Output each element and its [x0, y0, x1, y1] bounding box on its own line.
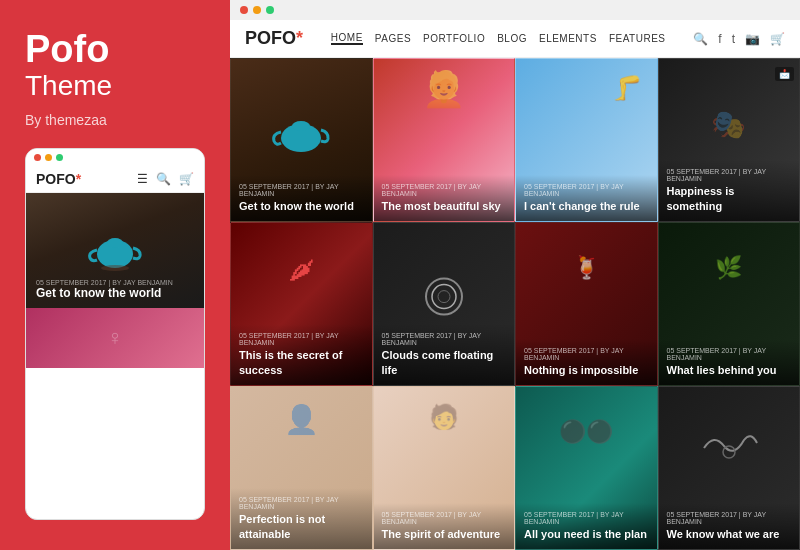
mobile-cart-icon[interactable]: 🛒: [179, 172, 194, 186]
teapot-svg-mobile: [88, 230, 143, 272]
grid-item-overlay-3: 05 SEPTEMBER 2017 | BY JAY BENJAMIN I ca…: [516, 175, 657, 221]
grid-item-overlay-6: 05 SEPTEMBER 2017 | BY JAY BENJAMIN Clou…: [374, 324, 515, 385]
browser-dot-red: [240, 6, 248, 14]
mobile-titlebar: [26, 149, 204, 166]
grid-item-date-8: 05 SEPTEMBER 2017 | BY JAY BENJAMIN: [667, 347, 792, 361]
browser-titlebar: [230, 0, 800, 20]
facebook-icon[interactable]: f: [718, 32, 721, 46]
mobile-hero-text: 05 SEPTEMBER 2017 | BY JAY BENJAMIN Get …: [36, 279, 173, 300]
grid-item-title-4: Happiness is something: [667, 184, 792, 213]
mobile-dot-yellow: [45, 154, 52, 161]
svg-point-1: [107, 238, 123, 248]
mobile-menu-icon[interactable]: ☰: [137, 172, 148, 186]
grid-item-overlay-9: 05 SEPTEMBER 2017 | BY JAY BENJAMIN Perf…: [231, 488, 372, 549]
nav-features[interactable]: FEATURES: [609, 33, 666, 44]
mobile-dot-green: [56, 154, 63, 161]
grid-item-overlay-4: 05 SEPTEMBER 2017 | BY JAY BENJAMIN Happ…: [659, 160, 800, 221]
grid-item-title-6: Clouds come floating life: [382, 348, 507, 377]
mobile-logo-star: *: [76, 171, 81, 187]
grid-item-11[interactable]: ⚫⚫ 05 SEPTEMBER 2017 | BY JAY BENJAMIN A…: [515, 386, 658, 550]
grid-item-5[interactable]: 🌶 05 SEPTEMBER 2017 | BY JAY BENJAMIN Th…: [230, 222, 373, 386]
grid-item-overlay-2: 05 SEPTEMBER 2017 | BY JAY BENJAMIN The …: [374, 175, 515, 221]
browser-content: POFO* HOME PAGES PORTFOLIO BLOG ELEMENTS…: [230, 20, 800, 550]
grid-item-title-3: I can't change the rule: [524, 199, 649, 213]
grid-item-9[interactable]: 👤 05 SEPTEMBER 2017 | BY JAY BENJAMIN Pe…: [230, 386, 373, 550]
brand-theme: Theme: [25, 70, 205, 102]
brand-by: By themezaa: [25, 112, 205, 128]
grid-item-date-7: 05 SEPTEMBER 2017 | BY JAY BENJAMIN: [524, 347, 649, 361]
grid-item-date-6: 05 SEPTEMBER 2017 | BY JAY BENJAMIN: [382, 332, 507, 346]
grid-item-date-4: 05 SEPTEMBER 2017 | BY JAY BENJAMIN: [667, 168, 792, 182]
site-logo: POFO*: [245, 28, 303, 49]
mobile-nav-icons[interactable]: ☰ 🔍 🛒: [137, 172, 194, 186]
left-panel: Pofo Theme By themezaa POFO* ☰ 🔍 🛒: [0, 0, 230, 550]
grid-item-overlay-8: 05 SEPTEMBER 2017 | BY JAY BENJAMIN What…: [659, 339, 800, 385]
brand-name: Pofo: [25, 30, 205, 68]
grid-item-12[interactable]: 05 SEPTEMBER 2017 | BY JAY BENJAMIN We k…: [658, 386, 801, 550]
blog-grid: 05 SEPTEMBER 2017 | BY JAY BENJAMIN Get …: [230, 58, 800, 550]
grid-item-title-7: Nothing is impossible: [524, 363, 649, 377]
nav-elements[interactable]: ELEMENTS: [539, 33, 597, 44]
grid-item-overlay-1: 05 SEPTEMBER 2017 | BY JAY BENJAMIN Get …: [231, 175, 372, 221]
mobile-hero-image: 05 SEPTEMBER 2017 | BY JAY BENJAMIN Get …: [26, 193, 204, 308]
mobile-hero-title: Get to know the world: [36, 286, 173, 300]
grid-item-10[interactable]: 🧑 05 SEPTEMBER 2017 | BY JAY BENJAMIN Th…: [373, 386, 516, 550]
cart-icon[interactable]: 🛒: [770, 32, 785, 46]
browser-dot-yellow: [253, 6, 261, 14]
grid-item-title-12: We know what we are: [667, 527, 792, 541]
mobile-mockup: POFO* ☰ 🔍 🛒 05 SEPTEMBER 2017: [25, 148, 205, 520]
grid-item-3[interactable]: 🦵 05 SEPTEMBER 2017 | BY JAY BENJAMIN I …: [515, 58, 658, 222]
grid-item-date-11: 05 SEPTEMBER 2017 | BY JAY BENJAMIN: [524, 511, 649, 525]
rings-svg: [419, 272, 469, 322]
nav-portfolio[interactable]: PORTFOLIO: [423, 33, 485, 44]
svg-point-2: [101, 265, 129, 271]
nav-home[interactable]: HOME: [331, 32, 363, 45]
search-icon[interactable]: 🔍: [693, 32, 708, 46]
grid-item-8[interactable]: 🌿 05 SEPTEMBER 2017 | BY JAY BENJAMIN Wh…: [658, 222, 801, 386]
teapot-svg-grid: [271, 110, 331, 156]
grid-item-date-12: 05 SEPTEMBER 2017 | BY JAY BENJAMIN: [667, 511, 792, 525]
grid-item-date-2: 05 SEPTEMBER 2017 | BY JAY BENJAMIN: [382, 183, 507, 197]
grid-item-date-9: 05 SEPTEMBER 2017 | BY JAY BENJAMIN: [239, 496, 364, 510]
grid-item-2[interactable]: 👱 05 SEPTEMBER 2017 | BY JAY BENJAMIN Th…: [373, 58, 516, 222]
wire-svg: [699, 428, 759, 463]
site-header: POFO* HOME PAGES PORTFOLIO BLOG ELEMENTS…: [230, 20, 800, 58]
mobile-search-icon[interactable]: 🔍: [156, 172, 171, 186]
brand-title: Pofo Theme By themezaa: [25, 30, 205, 128]
grid-item-title-8: What lies behind you: [667, 363, 792, 377]
grid-item-6[interactable]: 05 SEPTEMBER 2017 | BY JAY BENJAMIN Clou…: [373, 222, 516, 386]
browser-dot-green: [266, 6, 274, 14]
grid-item-title-5: This is the secret of success: [239, 348, 364, 377]
site-logo-star: *: [296, 28, 303, 48]
grid-item-overlay-7: 05 SEPTEMBER 2017 | BY JAY BENJAMIN Noth…: [516, 339, 657, 385]
svg-point-8: [723, 446, 735, 458]
grid-item-1[interactable]: 05 SEPTEMBER 2017 | BY JAY BENJAMIN Get …: [230, 58, 373, 222]
grid-item-title-10: The spirit of adventure: [382, 527, 507, 541]
svg-point-7: [438, 291, 450, 303]
grid-item-overlay-12: 05 SEPTEMBER 2017 | BY JAY BENJAMIN We k…: [659, 503, 800, 549]
mobile-second-image: ♀: [26, 308, 204, 368]
grid-item-date-5: 05 SEPTEMBER 2017 | BY JAY BENJAMIN: [239, 332, 364, 346]
mobile-hero-date: 05 SEPTEMBER 2017 | BY JAY BENJAMIN: [36, 279, 173, 286]
grid-item-title-11: All you need is the plan: [524, 527, 649, 541]
grid-item-date-3: 05 SEPTEMBER 2017 | BY JAY BENJAMIN: [524, 183, 649, 197]
grid-item-title-2: The most beautiful sky: [382, 199, 507, 213]
grid-item-overlay-10: 05 SEPTEMBER 2017 | BY JAY BENJAMIN The …: [374, 503, 515, 549]
grid-item-overlay-11: 05 SEPTEMBER 2017 | BY JAY BENJAMIN All …: [516, 503, 657, 549]
grid-item-title-1: Get to know the world: [239, 199, 364, 213]
grid-item-date-1: 05 SEPTEMBER 2017 | BY JAY BENJAMIN: [239, 183, 364, 197]
nav-blog[interactable]: BLOG: [497, 33, 527, 44]
site-nav: HOME PAGES PORTFOLIO BLOG ELEMENTS FEATU…: [331, 32, 666, 45]
mobile-dot-red: [34, 154, 41, 161]
nav-pages[interactable]: PAGES: [375, 33, 411, 44]
grid-item-title-9: Perfection is not attainable: [239, 512, 364, 541]
twitter-icon[interactable]: t: [732, 32, 735, 46]
svg-point-6: [432, 285, 456, 309]
instagram-icon[interactable]: 📷: [745, 32, 760, 46]
grid-item-7[interactable]: 🍹 05 SEPTEMBER 2017 | BY JAY BENJAMIN No…: [515, 222, 658, 386]
mobile-header: POFO* ☰ 🔍 🛒: [26, 166, 204, 193]
right-panel: POFO* HOME PAGES PORTFOLIO BLOG ELEMENTS…: [230, 0, 800, 550]
grid-item-4[interactable]: 📩 🎭 05 SEPTEMBER 2017 | BY JAY BENJAMIN …: [658, 58, 801, 222]
header-actions: 🔍 f t 📷 🛒: [693, 32, 785, 46]
grid-item-date-10: 05 SEPTEMBER 2017 | BY JAY BENJAMIN: [382, 511, 507, 525]
